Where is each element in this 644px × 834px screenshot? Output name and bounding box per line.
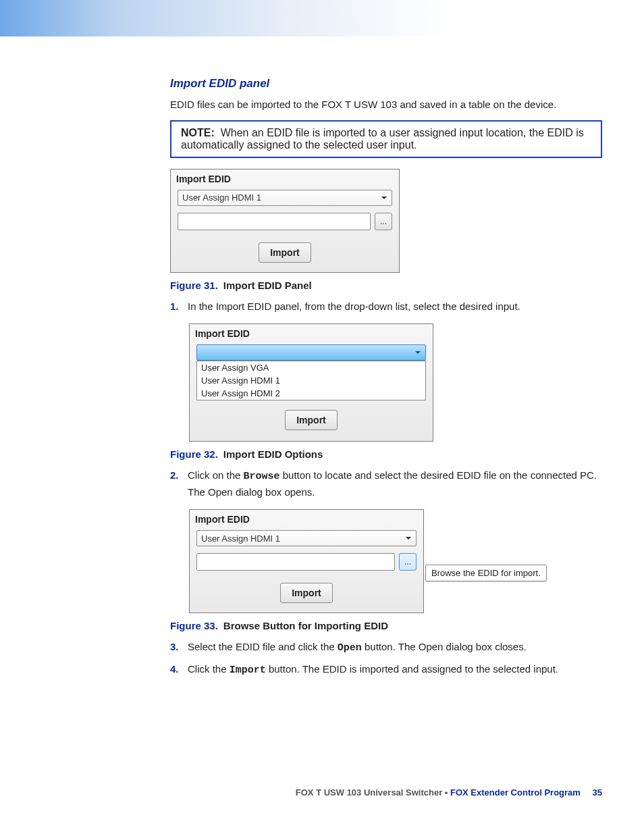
step-item: 1. In the Import EDID panel, from the dr… — [170, 299, 602, 315]
step-item: 3. Select the EDID file and click the Op… — [170, 640, 602, 656]
figure-title: Browse Button for Importing EDID — [223, 620, 388, 631]
step-number: 2. — [170, 468, 179, 484]
dropdown-options: User Assign VGA User Assign HDMI 1 User … — [196, 361, 426, 400]
dropdown-value: User Assign HDMI 1 — [182, 192, 261, 203]
import-button[interactable]: Import — [285, 410, 338, 430]
step-number: 1. — [170, 299, 179, 315]
figure-caption: Figure 32.Import EDID Options — [170, 448, 602, 460]
file-path-input[interactable] — [178, 213, 371, 230]
figure-title: Import EDID Panel — [223, 280, 312, 291]
panel-title: Import EDID — [190, 324, 433, 342]
figure-number: Figure 32. — [170, 448, 218, 460]
footer-section: FOX Extender Control Program — [450, 787, 581, 798]
browse-button[interactable]: ... — [375, 213, 392, 230]
figure-caption: Figure 33.Browse Button for Importing ED… — [170, 620, 602, 631]
import-button[interactable]: Import — [280, 583, 333, 603]
chevron-down-icon — [405, 535, 412, 542]
panel-title: Import EDID — [190, 510, 423, 527]
note-box: NOTE: When an EDID file is imported to a… — [170, 120, 602, 158]
figure-number: Figure 31. — [170, 280, 218, 291]
footer-product: FOX T USW 103 Universal Switcher • — [296, 787, 450, 798]
step-text: Click on the Browse button to locate and… — [188, 469, 597, 498]
dropdown-option[interactable]: User Assign VGA — [197, 361, 425, 374]
section-heading: Import EDID panel — [170, 77, 602, 90]
step-text: In the Import EDID panel, from the drop-… — [188, 301, 520, 312]
step-number: 3. — [170, 640, 179, 655]
browse-button[interactable]: ... — [399, 553, 417, 571]
file-path-input[interactable] — [196, 553, 395, 571]
chevron-down-icon — [381, 194, 387, 201]
chevron-down-icon — [414, 349, 421, 356]
note-label: NOTE: — [181, 127, 215, 138]
input-dropdown-open[interactable] — [196, 344, 426, 361]
note-text: When an EDID file is imported to a user … — [181, 127, 584, 151]
import-edid-panel-expanded: Import EDID User Assign VGA User Assign … — [189, 323, 433, 442]
dropdown-option[interactable]: User Assign HDMI 2 — [197, 387, 425, 400]
step-number: 4. — [170, 662, 179, 677]
dropdown-option[interactable]: User Assign HDMI 1 — [197, 374, 425, 387]
import-edid-panel-browse: Import EDID User Assign HDMI 1 ... Impor… — [189, 509, 424, 613]
input-dropdown[interactable]: User Assign HDMI 1 — [196, 530, 417, 546]
input-dropdown[interactable]: User Assign HDMI 1 — [178, 190, 392, 206]
step-item: 2. Click on the Browse button to locate … — [170, 468, 602, 500]
step-item: 4. Click the Import button. The EDID is … — [170, 662, 602, 679]
step-text: Click the Import button. The EDID is imp… — [188, 663, 558, 675]
intro-text: EDID files can be imported to the FOX T … — [170, 97, 602, 112]
panel-title: Import EDID — [171, 170, 399, 187]
footer-page: 35 — [593, 787, 602, 798]
figure-caption: Figure 31.Import EDID Panel — [170, 280, 602, 291]
import-button[interactable]: Import — [259, 242, 311, 263]
import-edid-panel: Import EDID User Assign HDMI 1 ... Impor… — [170, 169, 400, 273]
step-text: Select the EDID file and click the Open … — [188, 641, 527, 652]
figure-number: Figure 33. — [170, 620, 218, 631]
dropdown-value: User Assign HDMI 1 — [201, 533, 280, 544]
browse-tooltip: Browse the EDID for import. — [425, 565, 547, 581]
figure-title: Import EDID Options — [223, 448, 323, 460]
